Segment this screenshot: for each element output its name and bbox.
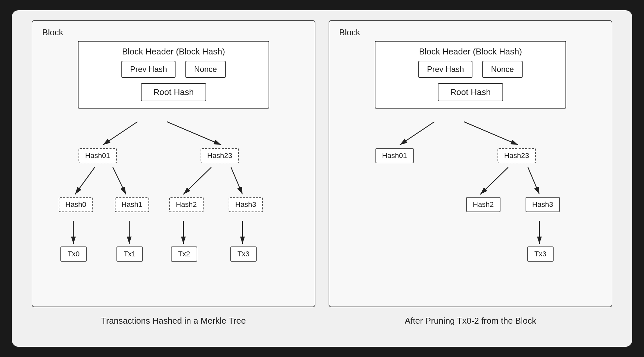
block1-hash3: Hash3: [229, 197, 263, 212]
svg-line-10: [400, 122, 434, 145]
block2-root-hash: Root Hash: [438, 83, 503, 101]
block2-hash2: Hash2: [466, 197, 500, 212]
svg-line-4: [183, 167, 211, 194]
block1-hash1: Hash1: [115, 197, 149, 212]
block1-tx2: Tx2: [171, 246, 197, 262]
block2-nonce: Nonce: [482, 61, 522, 78]
svg-line-0: [103, 122, 137, 145]
block2-hash3: Hash3: [526, 197, 560, 212]
diagrams-row: Block Block Header (Block Hash) Prev Has…: [22, 20, 622, 326]
block2-header-title: Block Header (Block Hash): [419, 47, 522, 57]
block1-hash2: Hash2: [169, 197, 204, 212]
block2-prev-hash: Prev Hash: [418, 61, 472, 78]
svg-line-3: [113, 167, 126, 194]
block1-label: Block: [42, 27, 305, 38]
block2-prev-nonce-row: Prev Hash Nonce: [418, 61, 522, 78]
block2-tx3: Tx3: [527, 246, 554, 262]
block2-tree: Hash01 Hash23 Hash2 Hash3 Tx3: [339, 112, 602, 297]
block2-hash23: Hash23: [498, 148, 536, 163]
outer-container: Block Block Header (Block Hash) Prev Has…: [12, 10, 632, 347]
block2-label: Block: [339, 27, 602, 38]
block1-nonce: Nonce: [185, 61, 225, 78]
svg-line-2: [75, 167, 95, 194]
svg-line-13: [528, 167, 539, 194]
block1-header: Block Header (Block Hash) Prev Hash Nonc…: [78, 41, 269, 109]
block1-hash0: Hash0: [59, 197, 93, 212]
block1-header-title: Block Header (Block Hash): [122, 47, 225, 57]
block1-hash23: Hash23: [201, 148, 239, 163]
block1-root-hash: Root Hash: [141, 83, 207, 101]
block1-prev-nonce-row: Prev Hash Nonce: [121, 61, 225, 78]
block1-tree: Hash01 Hash23 Hash0 Hash1 Hash2 Hash3 Tx…: [42, 112, 305, 297]
block2-container: Block Block Header (Block Hash) Prev Has…: [329, 20, 612, 307]
svg-line-5: [231, 167, 242, 194]
block1-prev-hash: Prev Hash: [121, 61, 176, 78]
block1-hash01: Hash01: [79, 148, 117, 163]
block1-container: Block Block Header (Block Hash) Prev Has…: [32, 20, 315, 307]
block2-hash01: Hash01: [375, 148, 414, 163]
svg-line-11: [464, 122, 518, 145]
diagram1-caption: Transactions Hashed in a Merkle Tree: [101, 316, 246, 326]
block1-tx3: Tx3: [230, 246, 257, 262]
block1-tx1: Tx1: [116, 246, 143, 262]
svg-line-1: [167, 122, 221, 145]
svg-line-12: [480, 167, 508, 194]
block2-header: Block Header (Block Hash) Prev Hash Nonc…: [375, 41, 566, 109]
diagram2-caption: After Pruning Tx0-2 from the Block: [405, 316, 536, 326]
block1-tx0: Tx0: [60, 246, 87, 262]
